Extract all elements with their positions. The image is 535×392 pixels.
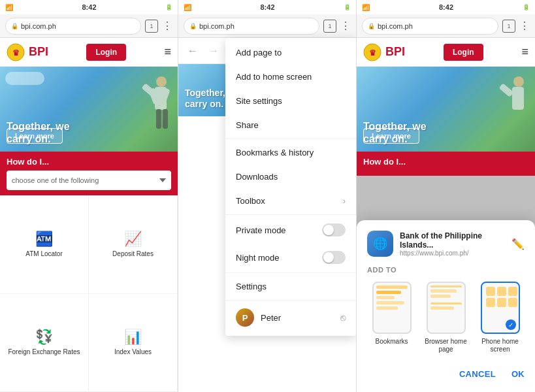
tab-count[interactable]: 1 [145, 20, 158, 33]
right-address-bar: 🔒 bpi.com.ph 1 ⋮ [357, 14, 535, 38]
menu-divider-1 [225, 139, 356, 139]
left-address-bar: 🔒 bpi.com.ph 1 ⋮ [0, 14, 178, 38]
menu-bookmarks-history[interactable]: Bookmarks & history [225, 140, 356, 165]
browser-home-card [427, 282, 466, 334]
svg-rect-12 [512, 87, 524, 110]
mid-hero-headline: Together, carry on. [185, 88, 225, 110]
night-mode-knob [323, 252, 334, 263]
right-tab-count[interactable]: 1 [502, 20, 515, 33]
bpi-logo-icon: ♛ [7, 43, 25, 61]
battery-icon: 🔋 [165, 4, 172, 10]
time-mid: 8:42 [260, 3, 274, 11]
mid-url-text: bpi.com.ph [199, 22, 235, 30]
menu-add-to-home-screen[interactable]: Add to home screen [225, 65, 356, 89]
atm-icon: 🏧 [35, 231, 53, 248]
forex-label: Foreign Exchange Rates [8, 348, 80, 356]
service-index[interactable]: 📊 Index Values [89, 294, 178, 393]
phone-home-label: Phone home screen [476, 338, 525, 353]
edit-icon[interactable]: ✏️ [511, 238, 525, 250]
site-url: https://www.bpi.com.ph/ [400, 250, 505, 257]
service-deposit-rates[interactable]: 📈 Deposit Rates [89, 195, 178, 294]
hamburger-icon[interactable]: ≡ [164, 45, 171, 59]
right-panel: 📶 8:42 🔋 🔒 bpi.com.ph 1 ⋮ ♛ BPI [357, 0, 535, 392]
svg-rect-6 [156, 109, 161, 129]
add-option-phone-home[interactable]: ✓ Phone home screen [476, 282, 525, 353]
user-name-label: Peter [261, 313, 334, 323]
login-button[interactable]: Login [86, 44, 126, 61]
dialog-actions: CANCEL OK [367, 364, 525, 382]
night-mode-toggle[interactable] [322, 251, 346, 264]
toolbox-arrow: › [343, 197, 346, 206]
mid-tab-count[interactable]: 1 [323, 20, 336, 33]
service-forex[interactable]: 💱 Foreign Exchange Rates [0, 294, 89, 393]
bpi-logo: ♛ BPI [7, 43, 48, 61]
user-row[interactable]: P Peter ⎋ [225, 302, 356, 333]
middle-panel: 📶 8:42 🔋 🔒 bpi.com.ph 1 ⋮ ← → ⌂ ⊡ ↻ Toge… [178, 0, 357, 392]
service-atm-locator[interactable]: 🏧 ATM Locator [0, 195, 89, 294]
phone-home-card: ✓ [481, 282, 520, 334]
signal-icon-right: 📶 [362, 4, 370, 11]
url-field[interactable]: 🔒 bpi.com.ph [5, 18, 141, 35]
dropdown-menu: Add page to Add to home screen Site sett… [225, 38, 356, 336]
how-do-i-title: How do I... [7, 157, 171, 167]
deposit-label: Deposit Rates [112, 250, 154, 258]
right-bpi-logo: ♛ BPI [363, 43, 405, 61]
menu-night-mode[interactable]: Night mode [225, 244, 356, 271]
private-mode-knob [323, 225, 334, 235]
svg-text:♛: ♛ [12, 48, 20, 57]
status-right: 🔋 [165, 4, 172, 10]
menu-share[interactable]: Share [225, 113, 356, 137]
user-avatar: P [236, 308, 254, 327]
right-learn-more-button[interactable]: Learn more [363, 128, 419, 144]
add-options: Bookmarks Browser home page [367, 282, 525, 353]
cancel-button[interactable]: CANCEL [459, 367, 496, 382]
right-menu-dots[interactable]: ⋮ [519, 20, 530, 32]
bpi-text: BPI [29, 45, 48, 59]
menu-dots[interactable]: ⋮ [162, 20, 172, 32]
private-mode-toggle[interactable] [322, 223, 346, 237]
battery-icon-mid: 🔋 [344, 4, 351, 10]
right-status-bar: 📶 8:42 🔋 [357, 0, 535, 14]
right-bpi-text: BPI [385, 45, 405, 59]
right-url-text: bpi.com.ph [378, 22, 413, 30]
bookmarks-label: Bookmarks [375, 338, 408, 346]
forward-button[interactable]: → [204, 42, 223, 60]
right-url-field[interactable]: 🔒 bpi.com.ph [362, 18, 498, 35]
mid-url-field[interactable]: 🔒 bpi.com.ph [184, 18, 319, 35]
menu-divider-3 [225, 272, 356, 273]
menu-private-mode[interactable]: Private mode [225, 216, 356, 244]
battery-icon-right: 🔋 [523, 4, 530, 10]
hero-learn-more-button[interactable]: Learn more [7, 128, 63, 144]
right-bpi-header: ♛ BPI Login ≡ [357, 38, 535, 67]
add-option-browser-home[interactable]: Browser home page [421, 282, 470, 353]
menu-site-settings[interactable]: Site settings [225, 89, 356, 113]
left-panel: 📶 8:42 🔋 🔒 bpi.com.ph 1 ⋮ ♛ BPI Login ≡ [0, 0, 178, 392]
add-option-bookmarks[interactable]: Bookmarks [367, 282, 416, 353]
add-to-label: ADD TO [367, 266, 525, 274]
selected-check: ✓ [506, 319, 516, 330]
menu-divider-4 [225, 300, 356, 301]
right-login-button[interactable]: Login [444, 44, 483, 61]
deposit-icon: 📈 [124, 231, 142, 248]
right-panel-inner: 📶 8:42 🔋 🔒 bpi.com.ph 1 ⋮ ♛ BPI [357, 0, 535, 392]
mid-menu-dots[interactable]: ⋮ [340, 20, 351, 32]
svg-rect-13 [498, 83, 513, 97]
url-text: bpi.com.ph [21, 22, 56, 30]
site-icon: 🌐 [367, 231, 393, 257]
right-hamburger-icon[interactable]: ≡ [521, 45, 528, 59]
menu-settings[interactable]: Settings [225, 274, 356, 299]
menu-downloads[interactable]: Downloads [225, 165, 356, 189]
menu-toolbox[interactable]: Toolbox › [225, 189, 356, 213]
hero-person-figure [122, 70, 174, 148]
right-how-do-i: How do I... [357, 152, 535, 176]
svg-point-11 [513, 76, 524, 87]
services-grid: 🏧 ATM Locator 📈 Deposit Rates 💱 Foreign … [0, 195, 178, 392]
back-button[interactable]: ← [184, 42, 202, 60]
svg-point-2 [156, 76, 167, 87]
ok-button[interactable]: OK [511, 367, 525, 382]
lock-icon-mid: 🔒 [189, 23, 197, 29]
menu-add-page-to[interactable]: Add page to [225, 41, 356, 65]
index-icon: 📊 [124, 329, 142, 346]
how-do-i-select[interactable]: choose one of the following [7, 171, 171, 190]
left-status-bar: 📶 8:42 🔋 [0, 0, 178, 14]
